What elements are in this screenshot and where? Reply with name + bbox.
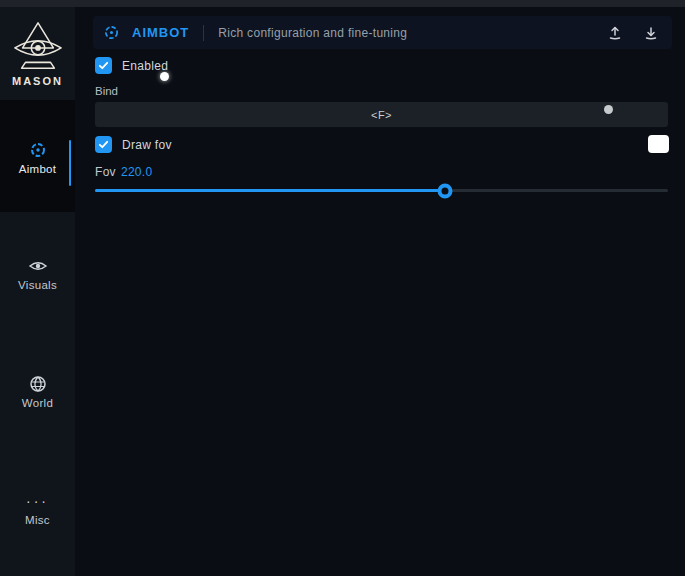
sidebar-item-label: Misc xyxy=(0,514,75,526)
sidebar-item-label: Visuals xyxy=(0,279,75,291)
bind-key-input[interactable]: <F> xyxy=(95,102,668,127)
upload-icon xyxy=(607,25,623,41)
sidebar-item-aimbot[interactable]: Aimbot xyxy=(0,100,75,212)
window-top-strip xyxy=(0,0,685,7)
masonic-eye-logo-icon xyxy=(0,20,75,72)
check-icon xyxy=(98,139,109,150)
enabled-checkbox-row[interactable]: Enabled xyxy=(95,57,168,74)
enabled-checkbox[interactable] xyxy=(95,57,112,74)
fov-slider[interactable] xyxy=(95,184,668,197)
brand-logo: MASON xyxy=(0,20,75,87)
fov-value: 220.0 xyxy=(121,165,153,179)
page-title: AIMBOT xyxy=(132,25,189,40)
fov-label: Fov xyxy=(95,165,116,179)
check-icon xyxy=(98,60,109,71)
ellipsis-icon: ··· xyxy=(0,480,75,510)
draw-fov-label: Draw fov xyxy=(122,138,172,152)
page-subtitle: Rich configuration and fine-tuning xyxy=(218,26,407,40)
bind-label: Bind xyxy=(95,85,118,97)
draw-fov-checkbox[interactable] xyxy=(95,136,112,153)
sidebar-item-label: World xyxy=(0,397,75,409)
particle-dot xyxy=(160,72,169,81)
crosshair-icon xyxy=(103,24,120,41)
download-config-button[interactable] xyxy=(640,22,662,44)
fov-slider-caption: Fov220.0 xyxy=(95,165,152,179)
slider-fill xyxy=(95,189,445,192)
sidebar-item-visuals[interactable]: Visuals xyxy=(0,245,75,305)
fov-color-picker[interactable] xyxy=(648,135,669,153)
particle-dot xyxy=(604,105,613,114)
sidebar-item-world[interactable]: World xyxy=(0,363,75,423)
active-item-indicator xyxy=(69,140,71,186)
download-icon xyxy=(643,25,659,41)
slider-thumb[interactable] xyxy=(437,183,452,198)
bind-key-value: <F> xyxy=(371,109,392,121)
sidebar-item-label: Aimbot xyxy=(0,163,75,175)
sidebar-item-misc[interactable]: ··· Misc xyxy=(0,480,75,540)
upload-config-button[interactable] xyxy=(604,22,626,44)
aimbot-crosshair-icon xyxy=(0,100,75,159)
section-header: AIMBOT Rich configuration and fine-tunin… xyxy=(93,16,672,49)
enabled-label: Enabled xyxy=(122,59,168,73)
brand-name: MASON xyxy=(0,75,75,87)
globe-icon xyxy=(0,363,75,393)
draw-fov-checkbox-row[interactable]: Draw fov xyxy=(95,136,172,153)
eye-icon xyxy=(0,245,75,275)
sidebar: MASON Aimbot Visuals World xyxy=(0,0,75,576)
header-divider xyxy=(203,25,204,41)
